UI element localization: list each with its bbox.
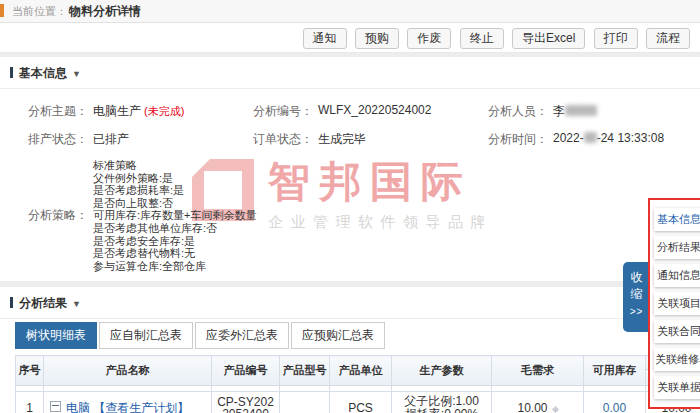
analysis-result-title: 分析结果 (19, 296, 67, 310)
print-button[interactable]: 打印 (594, 28, 638, 49)
product-unit-cell: PCS (330, 392, 392, 413)
collapse-sidebar-button[interactable]: 收 缩 >> (623, 262, 650, 332)
redacted-month (584, 132, 597, 143)
tab-outsource-summary[interactable]: 应委外汇总表 (195, 322, 289, 349)
double-arrow-icon: >> (630, 306, 644, 317)
schedule-status-value: 已排产 (93, 131, 129, 148)
analysis-time-label: 分析时间： (460, 131, 548, 148)
product-code-cell: CP-SY2022052400 (212, 392, 280, 413)
tab-prepurchase-summary[interactable]: 应预购汇总表 (291, 322, 385, 349)
notify-button[interactable]: 通知 (303, 28, 347, 49)
section-bar-icon (10, 67, 13, 78)
basic-info-title: 基本信息 (19, 66, 67, 80)
export-excel-button[interactable]: 导出Excel (512, 28, 585, 49)
collapse-caret-icon[interactable]: ▼ (72, 299, 81, 309)
menu-item-related-contract[interactable]: 关联合同 (654, 320, 700, 343)
analyst-value: 李 (553, 103, 597, 120)
basic-info-header[interactable]: 基本信息▼ (0, 57, 700, 89)
result-table: 序号 产品名称 产品编号 产品型号 产品单位 生产参数 毛需求 可用库存 应自制… (15, 355, 700, 413)
basic-info-panel: 智邦国际 企业管理软件领导品牌 基本信息▼ 分析主题： 电脑生产(未完成) 分析… (0, 57, 700, 281)
strategy-line: 是否考虑安全库存:是 (93, 235, 256, 248)
product-name-cell[interactable]: 电脑 【查看生产计划】 (44, 392, 212, 413)
menu-item-related-documents[interactable]: 关联单据 (654, 376, 700, 399)
production-params-cell: 父子比例:1.00损耗率:0.00% (392, 392, 492, 413)
tab-tree-detail[interactable]: 树状明细表 (15, 322, 97, 349)
schedule-status-label: 排产状态： (0, 131, 88, 148)
analyst-label: 分析人员： (460, 103, 548, 120)
strategy-line: 是否考虑替代物料:无 (93, 247, 256, 260)
strategy-line: 是否考虑损耗率:是 (93, 184, 256, 197)
redacted-analyst-name (565, 105, 597, 116)
material-analysis-detail-page: 当前位置：物料分析详情 通知 预购 作废 终止 导出Excel 打印 流程 智邦… (0, 0, 700, 413)
analysis-no-label: 分析编号： (225, 103, 313, 120)
col-product-model: 产品型号 (280, 356, 330, 386)
strategy-line: 可用库存:库存数量+车间剩余数量 (93, 209, 256, 222)
menu-item-notice-info[interactable]: 通知信息 (654, 264, 700, 287)
strategy-line: 是否向上取整:否 (93, 197, 256, 210)
strategy-line: 是否考虑其他单位库存:否 (93, 222, 256, 235)
analysis-no-value: WLFX_20220524002 (318, 103, 431, 120)
strategy-label: 分析策略： (0, 207, 88, 224)
collapse-caret-icon[interactable]: ▼ (72, 69, 81, 79)
col-production-params: 生产参数 (392, 356, 492, 386)
col-product-unit: 产品单位 (330, 356, 392, 386)
menu-item-related-project[interactable]: 关联项目 (654, 292, 700, 315)
col-product-code: 产品编号 (212, 356, 280, 386)
order-status-label: 订单状态： (225, 131, 313, 148)
row-index: 1 (16, 392, 44, 413)
page-title: 物料分析详情 (69, 4, 141, 18)
analysis-subject-value: 电脑生产(未完成) (93, 103, 184, 120)
strategy-lines: 标准策略 父件例外策略:是 是否考虑损耗率:是 是否向上取整:否 可用库存:库存… (93, 159, 256, 272)
strategy-line: 父件例外策略:是 (93, 172, 256, 185)
location-icon (0, 4, 4, 17)
breadcrumb-prefix: 当前位置： (12, 5, 67, 17)
strategy-line: 参与运算仓库:全部仓库 (93, 260, 256, 273)
view-production-plan-link[interactable]: 【查看生产计划】 (93, 401, 189, 413)
collapse-char: 收 (631, 270, 643, 284)
order-status-value: 生成完毕 (318, 131, 366, 148)
breadcrumb: 当前位置：物料分析详情 (0, 0, 700, 23)
col-available-stock: 可用库存 (584, 356, 646, 386)
product-name-link[interactable]: 电脑 (66, 401, 90, 413)
flow-button[interactable]: 流程 (646, 28, 690, 49)
col-gross-demand: 毛需求 (492, 356, 584, 386)
product-model-cell (280, 392, 330, 413)
gross-demand-cell: 10.00 (492, 392, 584, 413)
collapse-char: 缩 (631, 287, 643, 301)
strategy-line: 标准策略 (93, 159, 256, 172)
table-row: 1 电脑 【查看生产计划】 CP-SY2022052400 PCS 父子比例:1… (16, 392, 700, 413)
available-stock-cell[interactable]: 0.00 (584, 392, 646, 413)
terminate-button[interactable]: 终止 (460, 28, 504, 49)
analysis-time-value: 2022--24 13:33:08 (553, 131, 664, 148)
void-button[interactable]: 作废 (407, 28, 451, 49)
prepurchase-button[interactable]: 预购 (355, 28, 399, 49)
tab-self-made-summary[interactable]: 应自制汇总表 (99, 322, 193, 349)
menu-item-basic-info[interactable]: 基本信息 (654, 208, 700, 231)
marker-icon (551, 406, 558, 413)
section-bar-icon (10, 297, 13, 308)
col-product-name: 产品名称 (44, 356, 212, 386)
menu-item-related-repair-order[interactable]: 关联维修单 (654, 348, 700, 371)
menu-item-analysis-result[interactable]: 分析结果 (654, 236, 700, 259)
action-toolbar: 通知 预购 作废 终止 导出Excel 打印 流程 (0, 23, 700, 53)
unfinished-flag: (未完成) (144, 105, 184, 117)
tree-collapse-icon[interactable] (50, 401, 61, 412)
analysis-subject-label: 分析主题： (0, 103, 88, 120)
analysis-result-panel: 分析结果▼ 树状明细表应自制汇总表应委外汇总表应预购汇总表 序号 产品名称 产品… (0, 287, 700, 413)
result-tabs: 树状明细表应自制汇总表应委外汇总表应预购汇总表 (0, 322, 700, 349)
basic-info-fields: 分析主题： 电脑生产(未完成) 分析编号： WLFX_20220524002 分… (0, 89, 700, 272)
analysis-result-header[interactable]: 分析结果▼ (0, 287, 700, 319)
section-anchor-menu: 基本信息 分析结果 通知信息 关联项目 关联合同 关联维修单 关联单据 (648, 198, 700, 409)
col-index: 序号 (16, 356, 44, 386)
